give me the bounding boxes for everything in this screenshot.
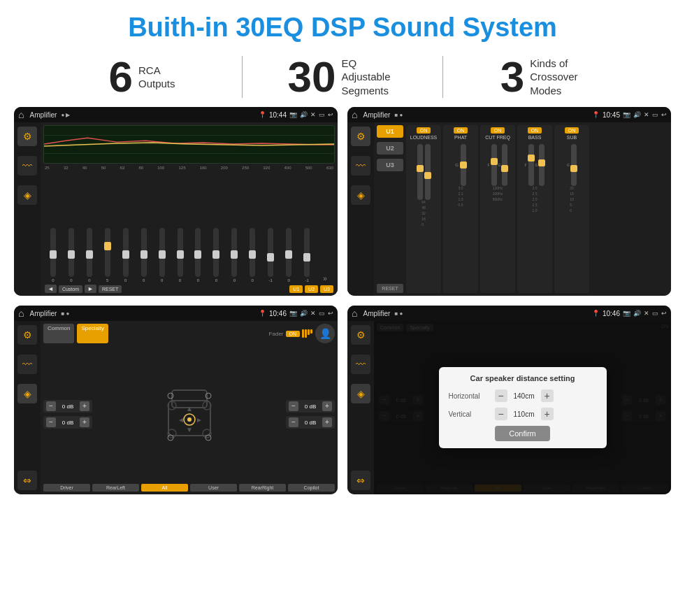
home-icon-2[interactable]: ⌂ xyxy=(352,109,357,120)
u2-button[interactable]: U2 xyxy=(305,285,318,293)
u2-select[interactable]: U2 xyxy=(377,142,403,155)
specialty-tab[interactable]: Specialty xyxy=(77,324,108,343)
speaker-icon[interactable]: ◈ xyxy=(17,185,37,205)
copilot-btn[interactable]: Copilot xyxy=(288,484,335,492)
eq-slider-13[interactable]: 0 xyxy=(280,228,297,282)
all-btn[interactable]: All xyxy=(141,484,188,492)
wave-icon-3[interactable]: 〰 xyxy=(17,354,37,374)
next-button[interactable]: ► xyxy=(85,285,96,293)
horizontal-plus[interactable]: + xyxy=(541,389,554,402)
sub-slider[interactable] xyxy=(571,144,577,186)
fl-minus[interactable]: − xyxy=(46,401,56,411)
fr-plus[interactable]: + xyxy=(322,401,332,411)
prev-button[interactable]: ◄ xyxy=(45,285,57,293)
driver-btn[interactable]: Driver xyxy=(43,484,90,492)
u1-select[interactable]: U1 xyxy=(377,125,403,138)
home-icon-3[interactable]: ⌂ xyxy=(18,308,24,319)
wave-icon[interactable]: 〰 xyxy=(17,156,37,176)
wave-icon-2[interactable]: 〰 xyxy=(351,156,370,176)
status-right-4: 📍 10:46 📷 🔊 ✕ ▭ ↩ xyxy=(592,310,667,317)
loudness-on[interactable]: ON xyxy=(417,127,431,134)
rr-plus[interactable]: + xyxy=(322,417,332,427)
speaker-icon-2[interactable]: ◈ xyxy=(351,185,370,205)
dialog-overlay: Car speaker distance setting Horizontal … xyxy=(374,321,671,494)
eq-slider-1[interactable]: 0 xyxy=(63,228,80,282)
right-controls: − 0 dB + − 0 dB + xyxy=(286,347,335,482)
bass-slider-2[interactable] xyxy=(539,144,545,186)
rearleft-btn[interactable]: RearLeft xyxy=(92,484,139,492)
fader-on-btn[interactable]: ON xyxy=(286,331,301,337)
common-tab[interactable]: Common xyxy=(43,324,74,343)
rear-right-control: − 0 dB + xyxy=(286,416,335,429)
u3-select[interactable]: U3 xyxy=(377,159,403,171)
loudness-slider-2[interactable] xyxy=(425,144,431,200)
arrows-icon-4[interactable]: ⇔ xyxy=(351,471,370,490)
eq-slider-4[interactable]: 0 xyxy=(117,228,134,282)
eq-icon-3[interactable]: ⚙ xyxy=(17,325,37,345)
speaker-icon-4[interactable]: ◈ xyxy=(351,384,370,403)
eq-slider-2[interactable]: 0 xyxy=(81,228,98,282)
speaker-icon-3[interactable]: ◈ xyxy=(17,384,37,403)
eq-icon-2[interactable]: ⚙ xyxy=(351,127,370,146)
rearright-btn[interactable]: RearRight xyxy=(239,484,286,492)
expand-btn[interactable]: » xyxy=(317,275,333,282)
svg-point-16 xyxy=(206,393,211,399)
home-icon-1[interactable]: ⌂ xyxy=(18,109,24,120)
eq-slider-6[interactable]: 0 xyxy=(154,228,171,282)
fl-plus[interactable]: + xyxy=(80,401,89,411)
eq-icon[interactable]: ⚙ xyxy=(17,127,37,146)
cutfreq-slider-1[interactable] xyxy=(491,144,497,186)
window-icon-4: ▭ xyxy=(652,310,658,317)
eq-slider-10[interactable]: 0 xyxy=(226,228,243,282)
confirm-button[interactable]: Confirm xyxy=(495,426,550,441)
cutfreq-panel: ON CUT FREQ F G xyxy=(480,125,515,293)
crossover-reset[interactable]: RESET xyxy=(377,284,403,293)
eq-icon-4[interactable]: ⚙ xyxy=(351,325,370,345)
eq-slider-14[interactable]: -1 xyxy=(298,228,315,282)
svg-point-15 xyxy=(168,393,173,399)
screen3-sidebar: ⚙ 〰 ◈ ⇔ xyxy=(14,321,41,494)
cutfreq-on[interactable]: ON xyxy=(491,127,505,134)
wave-icon-4[interactable]: 〰 xyxy=(351,354,370,374)
horizontal-label: Horizontal xyxy=(449,392,491,400)
eq-sliders: 0 0 0 5 0 xyxy=(43,173,335,282)
arrows-icon[interactable]: ⇔ xyxy=(17,471,37,490)
screen3-tabs: Common Specialty Fader ON 👤 xyxy=(43,324,335,343)
horizontal-minus[interactable]: − xyxy=(495,389,507,402)
home-icon-4[interactable]: ⌂ xyxy=(352,308,357,319)
phat-title: PHAT xyxy=(454,135,467,140)
eq-slider-5[interactable]: 0 xyxy=(136,228,152,282)
back-icon-1: ↩ xyxy=(328,111,333,118)
eq-slider-8[interactable]: 0 xyxy=(190,228,207,282)
eq-slider-12[interactable]: -1 xyxy=(262,228,279,282)
stat-eq: 30 EQ AdjustableSegments xyxy=(243,55,442,99)
eq-slider-3[interactable]: 5 xyxy=(99,228,116,282)
user-btn[interactable]: User xyxy=(190,484,237,492)
x-icon-1: ✕ xyxy=(310,111,316,118)
stat-rca: 6 RCAOutputs xyxy=(42,55,242,99)
loudness-slider-1[interactable] xyxy=(417,144,423,200)
rr-minus[interactable]: − xyxy=(289,417,298,427)
sub-on[interactable]: ON xyxy=(565,127,579,134)
rl-plus[interactable]: + xyxy=(80,417,89,427)
fr-minus[interactable]: − xyxy=(289,401,298,411)
eq-slider-9[interactable]: 0 xyxy=(208,228,224,282)
u3-button[interactable]: U3 xyxy=(320,285,333,293)
bass-on[interactable]: ON xyxy=(528,127,542,134)
rl-minus[interactable]: − xyxy=(46,417,56,427)
eq-slider-7[interactable]: 0 xyxy=(172,228,189,282)
phat-slider[interactable] xyxy=(461,144,466,186)
phat-on[interactable]: ON xyxy=(454,127,468,134)
bass-slider-1[interactable] xyxy=(528,144,534,186)
status-dots-2: ■ ● xyxy=(394,112,403,118)
eq-slider-11[interactable]: 0 xyxy=(244,228,261,282)
vertical-minus[interactable]: − xyxy=(495,408,507,420)
reset-button[interactable]: RESET xyxy=(99,285,122,293)
cutfreq-slider-2[interactable] xyxy=(502,144,507,186)
front-left-control: − 0 dB + xyxy=(43,400,92,413)
phat-labels: 3.02.11.30.5 xyxy=(459,186,463,207)
eq-slider-0[interactable]: 0 xyxy=(45,228,62,282)
svg-text:◄: ◄ xyxy=(178,416,185,424)
u1-button[interactable]: U1 xyxy=(289,285,303,293)
vertical-plus[interactable]: + xyxy=(541,408,554,420)
